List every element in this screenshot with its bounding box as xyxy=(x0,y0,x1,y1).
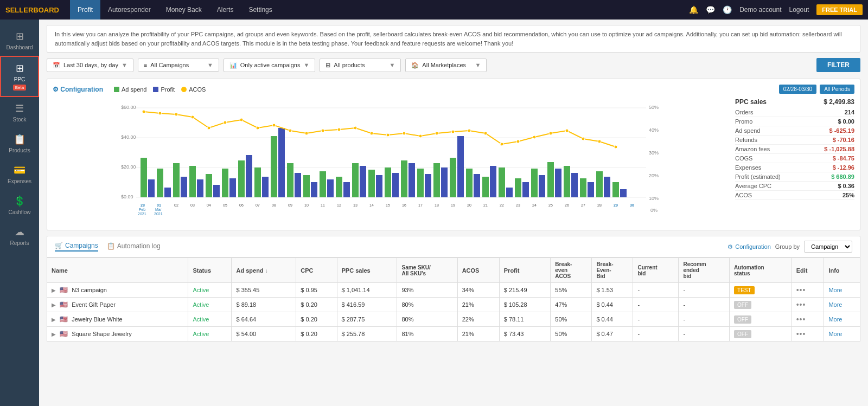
beta-badge: Beta xyxy=(13,85,26,91)
expand-arrow-0[interactable]: ▶ xyxy=(52,287,56,293)
svg-text:0%: 0% xyxy=(650,208,658,213)
cell-recommbid-1: - xyxy=(679,298,730,312)
sidebar-item-reports[interactable]: ☁ Reports xyxy=(0,221,39,252)
tab-campaigns[interactable]: 🛒 Campaigns xyxy=(55,242,98,252)
tabs-left: 🛒 Campaigns 📋 Automation log xyxy=(55,242,161,252)
acos-stat-label: ACOS xyxy=(735,192,752,198)
group-by-label: Group by xyxy=(775,243,800,250)
config-button[interactable]: ⚙ Configuration xyxy=(727,243,770,250)
svg-rect-68 xyxy=(612,182,619,197)
svg-point-84 xyxy=(370,132,373,135)
sidebar-item-dashboard[interactable]: ⊞ Dashboard xyxy=(0,25,39,56)
cell-edit-2[interactable]: ••• xyxy=(792,312,824,327)
edit-dots-1[interactable]: ••• xyxy=(796,300,806,309)
tabs-row: 🛒 Campaigns 📋 Automation log ⚙ Configura… xyxy=(47,236,860,257)
cell-profit-3: $ 73.43 xyxy=(499,327,551,341)
nav-settings[interactable]: Settings xyxy=(241,0,279,20)
nav-autoresponder[interactable]: Autoresponder xyxy=(100,0,158,20)
sidebar-label-cashflow: Cashflow xyxy=(8,209,30,215)
col-name: Name xyxy=(47,258,188,283)
sidebar-item-ppc[interactable]: ⊞ PPC Beta xyxy=(0,56,39,97)
cell-edit-3[interactable]: ••• xyxy=(792,327,824,341)
expand-arrow-3[interactable]: ▶ xyxy=(52,331,56,337)
svg-rect-45 xyxy=(425,174,431,197)
expand-arrow-1[interactable]: ▶ xyxy=(52,302,56,308)
legend-label-profit: Profit xyxy=(161,86,175,93)
marketplaces-filter[interactable]: 🏠 All Marketplaces ▼ xyxy=(405,59,487,72)
active-campaigns-filter[interactable]: 📊 Only active campaigns ▼ xyxy=(224,59,316,72)
more-link-0[interactable]: More xyxy=(828,287,842,293)
svg-rect-59 xyxy=(539,175,545,197)
sidebar-item-cashflow[interactable]: 💲 Cashflow xyxy=(0,190,39,221)
tab-automation-log[interactable]: 📋 Automation log xyxy=(107,242,161,251)
svg-text:22: 22 xyxy=(500,203,504,207)
expenses-label: Expenses xyxy=(735,164,761,171)
more-link-1[interactable]: More xyxy=(828,301,842,308)
date-range-filter[interactable]: 📅 Last 30 days, by day ▼ xyxy=(47,59,133,72)
svg-point-74 xyxy=(207,126,210,130)
svg-text:Feb: Feb xyxy=(139,208,145,211)
chat-icon[interactable]: 💬 xyxy=(706,5,715,14)
sidebar-item-products[interactable]: 📋 Products xyxy=(0,128,39,159)
cell-info-2[interactable]: More xyxy=(824,312,860,327)
col-break-even-acos: Break-evenACOS xyxy=(551,258,592,283)
products-filter[interactable]: ⊞ All products ▼ xyxy=(320,59,401,72)
cell-ppcsales-3: $ 255.78 xyxy=(337,327,397,341)
col-recomm-bid: Recommendedbid xyxy=(679,258,730,283)
more-link-3[interactable]: More xyxy=(828,331,842,337)
svg-rect-17 xyxy=(197,179,203,197)
flag-icon-0: 🇺🇸 xyxy=(60,286,68,294)
svg-text:50%: 50% xyxy=(649,105,659,110)
campaigns-label: All Campaigns xyxy=(150,62,189,68)
flag-icon-1: 🇺🇸 xyxy=(60,301,68,308)
date-range-button[interactable]: 02/28-03/30 xyxy=(779,85,816,94)
sort-arrow-adspend[interactable]: ↓ xyxy=(265,268,268,274)
svg-point-87 xyxy=(419,134,422,138)
cell-adspend-1: $ 89.18 xyxy=(232,298,296,312)
cell-recommbid-2: - xyxy=(679,312,730,327)
cell-edit-1[interactable]: ••• xyxy=(792,298,824,312)
svg-rect-55 xyxy=(506,188,513,197)
cell-ppcsales-0: $ 1,041.14 xyxy=(337,283,397,298)
demo-account-link[interactable]: Demo account xyxy=(739,6,781,14)
filter-button[interactable]: FILTER xyxy=(816,58,860,72)
cell-breakevenbid-3: $ 0.47 xyxy=(592,327,633,341)
bar-adspend-1 xyxy=(141,158,147,197)
expand-arrow-2[interactable]: ▶ xyxy=(52,317,56,323)
cell-ppcsales-1: $ 416.59 xyxy=(337,298,397,312)
acos-stat-value: 25% xyxy=(843,192,854,198)
svg-text:17: 17 xyxy=(418,203,423,207)
svg-rect-24 xyxy=(254,167,261,197)
bell-icon[interactable]: 🔔 xyxy=(689,5,698,14)
cell-adspend-3: $ 54.00 xyxy=(232,327,296,341)
cell-info-0[interactable]: More xyxy=(824,283,860,298)
cell-automation-0: TEST xyxy=(730,283,792,298)
group-by-select[interactable]: Campaign xyxy=(804,241,852,253)
nav-alerts[interactable]: Alerts xyxy=(209,0,241,20)
svg-point-71 xyxy=(158,112,162,115)
logout-button[interactable]: Logout xyxy=(789,6,809,14)
stat-avg-cpc: Average CPC $ 0.36 xyxy=(735,182,854,191)
edit-dots-2[interactable]: ••• xyxy=(796,315,806,324)
svg-point-70 xyxy=(142,110,145,113)
svg-rect-50 xyxy=(466,169,473,197)
nav-money-back[interactable]: Money Back xyxy=(158,0,209,20)
edit-dots-0[interactable]: ••• xyxy=(796,286,806,294)
sidebar-item-stock[interactable]: ☰ Stock xyxy=(0,97,39,128)
sidebar-item-expenses[interactable]: 💳 Expenses xyxy=(0,159,39,190)
cell-edit-0[interactable]: ••• xyxy=(792,283,824,298)
campaigns-filter[interactable]: ≡ All Campaigns ▼ xyxy=(138,59,219,72)
cell-recommbid-3: - xyxy=(679,327,730,341)
edit-dots-3[interactable]: ••• xyxy=(796,330,806,338)
svg-text:30: 30 xyxy=(630,203,634,207)
cell-info-1[interactable]: More xyxy=(824,298,860,312)
nav-profit[interactable]: Profit xyxy=(70,0,100,20)
all-periods-button[interactable]: All Periods xyxy=(820,85,854,94)
more-link-2[interactable]: More xyxy=(828,316,842,323)
cell-info-3[interactable]: More xyxy=(824,327,860,341)
free-trial-button[interactable]: FREE TRIAL xyxy=(816,4,863,15)
svg-text:27: 27 xyxy=(581,203,585,207)
clock-icon[interactable]: 🕐 xyxy=(723,5,732,14)
sidebar-label-products: Products xyxy=(9,147,30,153)
config-label: Configuration xyxy=(735,243,770,250)
